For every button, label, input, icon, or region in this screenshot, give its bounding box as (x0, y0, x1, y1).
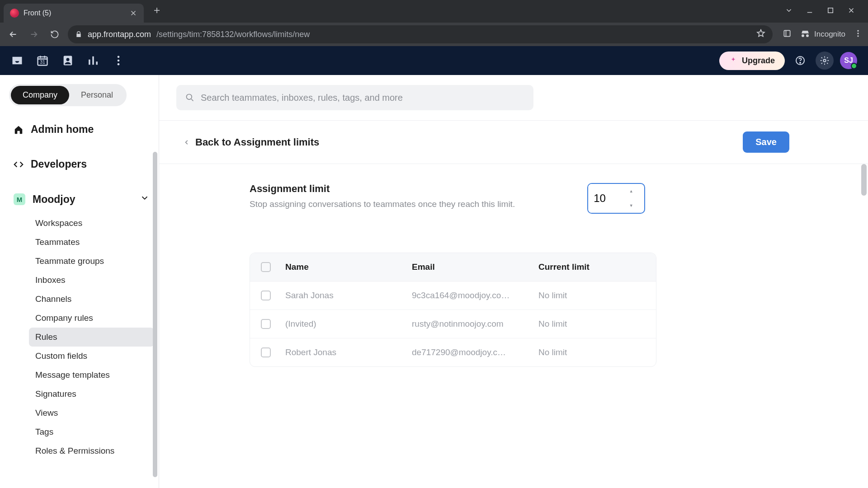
new-tab-button[interactable] (149, 3, 165, 20)
scope-company[interactable]: Company (11, 86, 69, 104)
sidebar-item[interactable]: Rules (29, 328, 154, 347)
content-scrollbar[interactable] (861, 164, 867, 196)
browser-tab[interactable]: Front (5) (4, 4, 144, 23)
cell-email: 9c3ca164@moodjoy.co… (412, 291, 538, 300)
col-email: Email (412, 262, 538, 272)
help-icon[interactable] (791, 52, 809, 70)
sidebar-scrollbar[interactable] (153, 152, 157, 477)
upgrade-button[interactable]: Upgrade (719, 52, 785, 70)
scope-personal[interactable]: Personal (69, 86, 125, 104)
code-icon (14, 160, 24, 169)
kebab-menu-icon[interactable] (854, 29, 863, 40)
svg-point-2 (857, 30, 859, 32)
back-icon[interactable] (5, 27, 21, 42)
reload-icon[interactable] (47, 27, 62, 42)
svg-point-10 (118, 60, 120, 62)
teammates-table: Name Email Current limit Sarah Jonas9c3c… (250, 253, 656, 367)
home-icon (14, 125, 24, 135)
select-all-checkbox[interactable] (261, 262, 271, 272)
url-path: /settings/tim:7858132/workflows/limits/n… (156, 30, 310, 39)
svg-rect-0 (828, 8, 833, 13)
section-description: Stop assigning conversations to teammate… (250, 199, 515, 209)
window-controls (776, 6, 864, 16)
sidebar-item[interactable]: Message templates (29, 366, 154, 385)
stepper-down-icon[interactable]: ▼ (625, 198, 637, 213)
search-input[interactable]: Search teammates, inboxes, rules, tags, … (176, 85, 533, 110)
cell-name: (Invited) (285, 319, 412, 329)
close-window-icon[interactable] (847, 6, 855, 16)
chevron-down-icon (140, 193, 150, 206)
cell-email: rusty@notinmoojoy.com (412, 319, 538, 329)
stepper-up-icon[interactable]: ▲ (625, 184, 637, 198)
sidebar-developers[interactable]: Developers (9, 153, 154, 176)
svg-point-11 (118, 63, 120, 66)
minimize-icon[interactable] (806, 6, 814, 16)
forward-icon[interactable] (26, 27, 42, 42)
sidebar-item[interactable]: Custom fields (29, 347, 154, 366)
sidebar-workspace[interactable]: M Moodjoy (9, 188, 154, 211)
table-row[interactable]: (Invited)rusty@notinmoojoy.comNo limit (250, 310, 656, 338)
sidebar-item[interactable]: Roles & Permissions (29, 441, 154, 460)
browser-chrome: Front (5) app.frontapp.com/settings/tim:… (0, 0, 868, 46)
extensions-icon[interactable] (783, 29, 792, 40)
table-row[interactable]: Robert Jonasde717290@moodjoy.c…No limit (250, 338, 656, 366)
lock-icon (75, 31, 82, 38)
cell-name: Sarah Jonas (285, 291, 412, 300)
chevron-left-icon (184, 139, 190, 145)
svg-point-3 (857, 33, 859, 34)
back-link[interactable]: Back to Assignment limits (184, 136, 319, 148)
incognito-indicator[interactable]: Incognito (800, 29, 845, 40)
svg-point-4 (857, 35, 859, 37)
col-name: Name (285, 262, 412, 272)
col-limit: Current limit (538, 262, 650, 272)
svg-rect-1 (784, 30, 790, 36)
inbox-icon[interactable] (11, 54, 24, 67)
cell-email: de717290@moodjoy.c… (412, 347, 538, 357)
favicon-icon (10, 9, 19, 18)
settings-icon[interactable] (816, 52, 834, 70)
sidebar-item[interactable]: Teammate groups (29, 252, 154, 271)
row-checkbox[interactable] (261, 319, 271, 329)
row-checkbox[interactable] (261, 291, 271, 300)
workspace-badge: M (14, 193, 25, 205)
sidebar-item[interactable]: Inboxes (29, 271, 154, 290)
analytics-icon[interactable] (87, 54, 99, 67)
sidebar-item[interactable]: Channels (29, 290, 154, 309)
sidebar-item[interactable]: Teammates (29, 233, 154, 252)
save-button[interactable]: Save (743, 131, 789, 153)
search-icon (185, 93, 194, 102)
sidebar-item[interactable]: Company rules (29, 309, 154, 328)
table-row[interactable]: Sarah Jonas9c3ca164@moodjoy.co…No limit (250, 282, 656, 310)
close-tab-icon[interactable] (129, 9, 137, 17)
cell-limit: No limit (538, 347, 650, 357)
calendar-icon[interactable]: 31 (36, 54, 49, 67)
row-checkbox[interactable] (261, 347, 271, 357)
tab-bar: Front (5) (0, 0, 868, 23)
maximize-icon[interactable] (826, 6, 835, 16)
address-bar: app.frontapp.com/settings/tim:7858132/wo… (0, 23, 868, 46)
sidebar-item[interactable]: Signatures (29, 385, 154, 404)
more-icon[interactable] (112, 54, 125, 67)
cell-name: Robert Jonas (285, 347, 412, 357)
sidebar: Company Personal Admin home Developers M… (0, 75, 159, 488)
app-topnav: 31 Upgrade SJ (0, 46, 868, 75)
svg-point-14 (823, 59, 826, 62)
limit-input[interactable] (588, 184, 625, 213)
sidebar-item[interactable]: Workspaces (29, 214, 154, 233)
sidebar-item[interactable]: Views (29, 404, 154, 422)
svg-text:31: 31 (40, 59, 45, 65)
url-field[interactable]: app.frontapp.com/settings/tim:7858132/wo… (68, 25, 773, 43)
svg-point-13 (800, 62, 801, 63)
avatar[interactable]: SJ (840, 52, 857, 69)
chevron-down-icon[interactable] (785, 6, 793, 16)
section-title: Assignment limit (250, 183, 515, 195)
sidebar-item[interactable]: Tags (29, 422, 154, 441)
star-icon[interactable] (756, 29, 765, 40)
contacts-icon[interactable] (61, 54, 74, 67)
cell-limit: No limit (538, 319, 650, 329)
sparkle-icon (729, 56, 737, 65)
scope-toggle: Company Personal (9, 84, 127, 106)
url-host: app.frontapp.com (88, 30, 151, 39)
limit-stepper[interactable]: ▲ ▼ (587, 183, 645, 214)
sidebar-admin-home[interactable]: Admin home (9, 118, 154, 141)
